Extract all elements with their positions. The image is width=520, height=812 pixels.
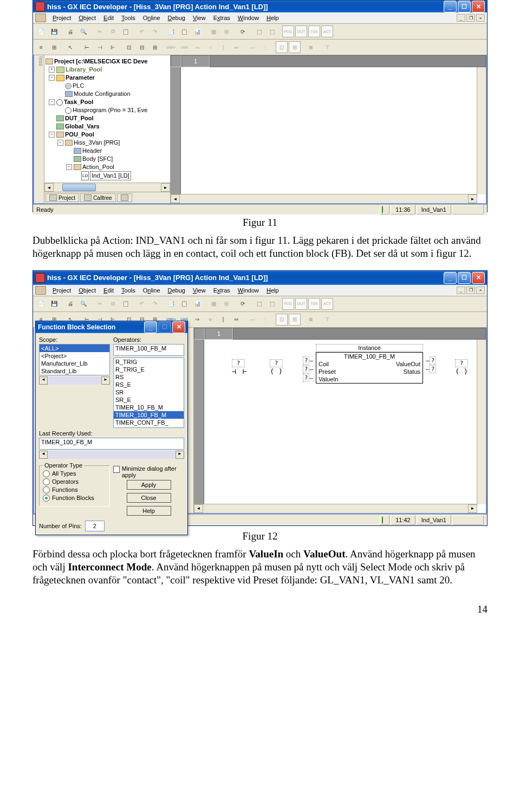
tool-icon[interactable]: 📋 [178,298,190,310]
dlg-minimize[interactable]: _ [144,321,157,333]
refresh-icon[interactable]: ⟳ [237,298,249,310]
box-icon[interactable]: POU [282,25,294,37]
box-icon[interactable]: DUT [295,25,307,37]
tab-calltree[interactable]: Calltree [80,193,115,202]
box-icon[interactable]: DUT [295,298,307,310]
close-button[interactable]: ✕ [472,1,485,12]
tool-icon[interactable]: 📊 [191,298,203,310]
menu-help[interactable]: Help [263,286,282,295]
preview-icon[interactable]: 🔍 [77,25,89,37]
box-icon[interactable]: TSK [308,25,320,37]
mdi-restore[interactable]: ❐ [466,14,475,22]
tool-icon[interactable]: 📑 [165,298,177,310]
menu-window[interactable]: Window [235,286,262,295]
undo-icon[interactable]: ↶ [136,25,148,37]
menu-edit[interactable]: Edit [100,14,117,22]
minimize-button[interactable]: _ [444,1,457,12]
box-icon[interactable]: TSK [308,298,320,310]
pointer-icon[interactable]: ↖ [64,41,76,53]
preview-icon[interactable]: 🔍 [77,298,89,310]
tool-icon[interactable]: ⬚ [253,298,265,310]
tool-icon[interactable]: ⊡ [276,314,288,326]
tree-hscroll[interactable]: ◄► [44,183,170,192]
menu-view[interactable]: View [190,286,209,295]
tool-icon[interactable]: | [217,314,229,326]
box-icon[interactable]: ACT [321,25,333,37]
tool-icon[interactable]: ⊞ [289,314,301,326]
tool-icon[interactable]: ⊞ [48,41,60,53]
ladder-editor[interactable]: 1 ◄► [171,55,486,203]
dlg-close[interactable]: ✕ [172,321,185,333]
tool-icon[interactable]: ⊩ [107,41,119,53]
redo-icon[interactable]: ↷ [149,298,161,310]
menu-help[interactable]: Help [263,14,282,22]
box-icon[interactable]: POU [282,298,294,310]
editor-vscroll[interactable] [477,340,486,504]
menu-online[interactable]: Online [140,286,164,295]
editor-hscroll[interactable]: ◄► [194,504,477,513]
minimize-button[interactable]: _ [444,272,457,284]
tool-icon[interactable]: ▦ [305,314,317,326]
radio-operators[interactable]: Operators [43,478,106,485]
tool-icon[interactable]: ▦ [207,25,219,37]
tool-icon[interactable]: ⊢ [81,41,93,53]
tool-icon[interactable]: | [217,41,229,53]
tool-icon[interactable]: ≡ [35,41,47,53]
editor-hscroll[interactable]: ◄► [171,194,477,203]
undo-icon[interactable]: ↶ [136,298,148,310]
paste-icon[interactable]: 📋 [120,25,132,37]
tool-icon[interactable]: ⊣ [94,41,106,53]
tool-icon[interactable]: ⋮ [259,41,271,53]
tab-other[interactable] [117,193,132,202]
tool-icon[interactable]: ⬚ [253,25,265,37]
tool-icon[interactable]: ⇔ [230,314,242,326]
menu-tools[interactable]: Tools [118,14,139,22]
help-button[interactable]: Help [127,506,171,516]
menu-online[interactable]: Online [140,14,164,22]
cut-icon[interactable]: ✂ [94,25,106,37]
menu-extras[interactable]: Extras [210,286,233,295]
mdi-close[interactable]: × [476,287,485,294]
tool-icon[interactable]: ⇒ [191,41,203,53]
menu-object[interactable]: Object [75,286,99,295]
operators-input[interactable]: TIMER_100_FB_M [113,344,184,356]
paste-icon[interactable]: 📋 [120,298,132,310]
mdi-restore[interactable]: ❐ [466,287,475,294]
editor-vscroll[interactable] [477,67,486,194]
menu-window[interactable]: Window [235,14,262,22]
redo-icon[interactable]: ↷ [149,25,161,37]
operators-list[interactable]: R_TRIG R_TRIG_E RS RS_E SR SR_E TIMER_10… [113,358,184,428]
menu-edit[interactable]: Edit [100,286,117,295]
tool-icon[interactable]: ○ [204,314,216,326]
tool-icon[interactable]: ⬚ [266,298,278,310]
menu-tools[interactable]: Tools [118,286,139,295]
tool-icon[interactable]: 📋 [178,25,190,37]
copy-icon[interactable]: ⧉ [107,298,119,310]
ladder-editor[interactable]: 1 ? ⊣ ⊢ ? ( ) Instance [194,328,486,513]
radio-functions[interactable]: Functions [43,486,106,493]
coil-out-element[interactable]: ? ( ) [455,359,468,375]
tool-icon[interactable]: ⋮ [259,314,271,326]
print-icon[interactable]: 🖨 [64,298,76,310]
tool-icon[interactable]: ⊟ [136,41,148,53]
maximize-button[interactable]: ☐ [458,1,471,12]
function-block-instance[interactable]: Instance TIMER_100_FB_M CoilValueOut Pre… [316,344,423,384]
var-icon[interactable]: VAR [178,41,190,53]
contact-element[interactable]: ? ⊣ ⊢ [232,359,248,375]
tool-icon[interactable]: — [246,41,258,53]
print-icon[interactable]: 🖨 [64,25,76,37]
tool-icon[interactable]: — [246,314,258,326]
menu-debug[interactable]: Debug [165,14,188,22]
tool-icon[interactable]: ⇔ [230,41,242,53]
tool-icon[interactable]: ⊤ [321,41,333,53]
mdi-close[interactable]: × [476,14,485,22]
save-icon[interactable]: 💾 [48,25,60,37]
tab-project[interactable]: Project [46,193,79,202]
cut-icon[interactable]: ✂ [94,298,106,310]
close-button[interactable]: ✕ [472,272,485,284]
apply-button[interactable]: Apply [127,480,171,490]
tool-icon[interactable]: 📊 [191,25,203,37]
tool-icon[interactable]: ⊞ [149,41,161,53]
maximize-button[interactable]: ☐ [458,272,471,284]
tool-icon[interactable]: ⊞ [289,41,301,53]
